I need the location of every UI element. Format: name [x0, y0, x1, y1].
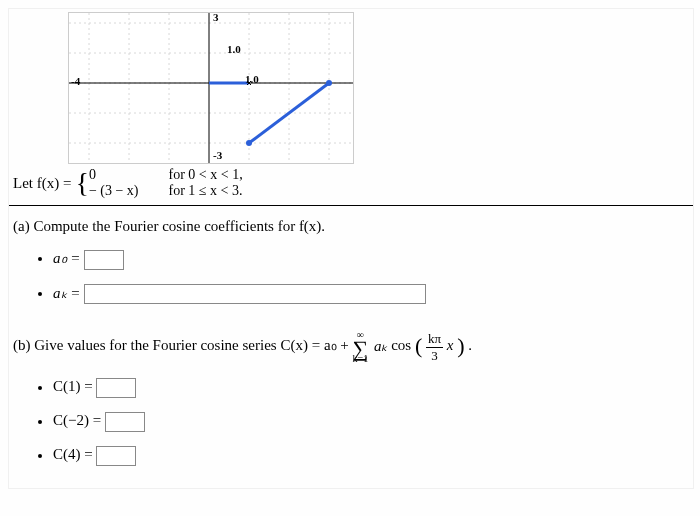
svg-point-16 [326, 80, 332, 86]
a0-label: a₀ = [53, 250, 80, 266]
yaxis-bottom: -3 [213, 149, 222, 161]
part-b: (b) Give values for the Fourier cosine s… [9, 326, 693, 488]
case2-expr: − (3 − x) [89, 183, 139, 199]
ak-coef: aₖ [374, 338, 388, 354]
xaxis-min: -4 [71, 75, 80, 87]
frac-num: kπ [426, 331, 443, 348]
part-a: (a) Compute the Fourier cosine coefficie… [9, 214, 693, 326]
ak-input[interactable] [84, 284, 426, 304]
a0-input[interactable] [84, 250, 124, 270]
c4-input[interactable] [96, 446, 136, 466]
case2-cond: for 1 ≤ x < 3. [169, 183, 243, 199]
ytick-1: 1.0 [227, 43, 241, 55]
c1-label: C(1) = [53, 379, 93, 395]
part-b-prefix: (b) Give values for the Fourier cosine s… [13, 338, 280, 354]
brace-icon: { [75, 170, 88, 196]
graph-panel: -4 1.0 1.0 3 -3 [9, 9, 693, 163]
xvar: x [447, 338, 454, 354]
cminus2-label: C(−2) = [53, 413, 101, 429]
sigma-icon: ∑ [353, 336, 369, 361]
yaxis-top: 3 [213, 11, 219, 23]
c1-input[interactable] [96, 378, 136, 398]
svg-point-15 [246, 140, 252, 146]
case1-expr: 0 [89, 167, 139, 183]
tail-period: . [468, 338, 472, 354]
fdef-lhs: Let f(x) = [13, 175, 71, 192]
frac-den: 3 [426, 348, 443, 364]
lparen-icon: ( [415, 333, 422, 358]
rparen-icon: ) [457, 333, 464, 358]
part-a-prompt: (a) Compute the Fourier cosine coefficie… [13, 218, 325, 234]
piecewise-graph: -4 1.0 1.0 3 -3 [69, 13, 353, 163]
c4-label: C(4) = [53, 447, 93, 463]
xtick-1: 1.0 [245, 73, 259, 85]
cminus2-input[interactable] [105, 412, 145, 432]
cos-text: cos [391, 338, 411, 354]
series-lhs: C(x) = a₀ + [280, 338, 352, 354]
function-definition: Let f(x) = { 0 for 0 < x < 1, − (3 − x) … [9, 163, 693, 205]
case1-cond: for 0 < x < 1, [169, 167, 243, 183]
separator [9, 205, 693, 206]
ak-label: aₖ = [53, 285, 80, 301]
